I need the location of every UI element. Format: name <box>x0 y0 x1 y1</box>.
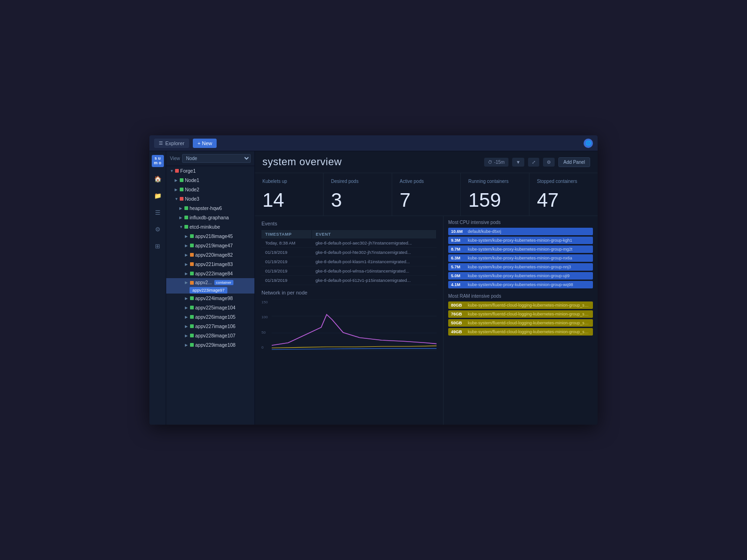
cpu-bar-label: default/kube-d5xrj <box>468 229 501 234</box>
stat-stopped: Stopped containers 47 <box>529 173 598 216</box>
chevron-app220: ▶ <box>185 253 189 257</box>
add-panel-btn[interactable]: Add Panel <box>558 157 590 167</box>
tree-item-app218[interactable]: ▶ appv218image45 <box>166 231 254 241</box>
event-text: gke-tl-default-pool-klasm1-il1instancemi… <box>312 257 437 266</box>
dot-node3 <box>180 197 183 201</box>
chevron-app229: ▶ <box>185 343 189 347</box>
label-forge1: Forge1 <box>180 168 196 174</box>
ram-section: Most RAM intensive pods 80GBkube-system/… <box>448 294 593 337</box>
dot-influxdb <box>184 216 188 219</box>
cpu-bar-item: 8.7Mkube-system/kube-proxy-kubernetes-mi… <box>448 245 593 253</box>
nav-home[interactable]: 🏠 <box>153 174 163 184</box>
stat-desired: Desired pods 3 <box>324 173 392 216</box>
stat-value-desired: 3 <box>331 190 384 210</box>
cpu-bar-item: 10.6Mdefault/kube-d5xrj <box>448 228 593 235</box>
app223-tooltip: appv223image97 <box>190 287 227 294</box>
tree-item-app227[interactable]: ▶ appv227image106 <box>166 322 254 331</box>
cpu-bar-label: kube-system/kube-proxy-kubernetes-minion… <box>468 256 572 260</box>
label-node2: Node2 <box>185 187 199 192</box>
chevron-app228: ▶ <box>185 334 189 338</box>
cpu-bar-item: 4.1Mkube-system/kube-proxy-kubernetes-mi… <box>448 281 593 288</box>
event-timestamp: 01/19/2019 <box>261 266 312 276</box>
stat-label-running: Running containers <box>468 179 521 184</box>
tree-item-app229[interactable]: ▶ appv229image108 <box>166 340 254 350</box>
expand-btn[interactable]: ⤢ <box>528 158 539 167</box>
chevron-app224: ▶ <box>185 296 189 301</box>
tree-item-app220[interactable]: ▶ appv220image82 <box>166 250 254 259</box>
table-row: 01/19/2019gke-tl-default-pool-hte302-jh7… <box>261 248 437 257</box>
event-timestamp: 01/19/2019 <box>261 248 312 257</box>
icon-nav: s um o 🏠 📁 ☰ ⚙ ⊞ <box>149 151 166 425</box>
explorer-icon: ☰ <box>159 140 163 146</box>
stats-row: Kubelets up 14 Desired pods 3 Active pod… <box>255 173 598 216</box>
tree-item-node1[interactable]: ▶ Node1 <box>166 175 254 185</box>
event-text: gke-tl-default-pool-aec302-jh7instancemi… <box>312 238 437 248</box>
settings-btn[interactable]: ⚙ <box>543 158 555 167</box>
ram-bar-label: kube-system/fluentd-cloud-logging-kubern… <box>468 303 590 308</box>
tree-item-app224[interactable]: ▶ appv224image98 <box>166 294 254 303</box>
tree-item-node3[interactable]: ▼ Node3 <box>166 194 254 203</box>
chevron-etcd: ▼ <box>179 225 183 229</box>
events-panel: Events TIMESTAMP EVENT Today, 8:38 AMgke… <box>255 216 444 425</box>
nav-files[interactable]: 📁 <box>153 190 163 201</box>
ram-bar-label: kube-system/fluentd-cloud-logging-kubern… <box>468 329 590 334</box>
ram-bar-value: 76GB <box>451 312 468 316</box>
y-axis: 150 100 50 0 <box>261 299 268 350</box>
cpu-bar-label: kube-system/kube-proxy-kubernetes-minion… <box>468 265 571 269</box>
ram-title: Most RAM intensive pods <box>448 294 593 299</box>
tree-item-app219[interactable]: ▶ appv219image47 <box>166 241 254 250</box>
dot-app223 <box>190 281 194 285</box>
time-filter-btn[interactable]: ⏱ -15m <box>484 158 508 167</box>
nav-settings[interactable]: ⚙ <box>153 224 163 234</box>
network-title: Network in per node <box>261 290 437 295</box>
tree-item-app228[interactable]: ▶ appv228image107 <box>166 331 254 340</box>
tree-item-app222[interactable]: ▶ appv222image84 <box>166 269 254 278</box>
metrics-panel: Most CPU intensive pods 10.6Mdefault/kub… <box>444 216 598 425</box>
tree: ▼ Forge1 ▶ Node1 ▶ <box>166 166 254 350</box>
nav-menu[interactable]: ☰ <box>153 207 163 217</box>
dot-app218 <box>190 234 194 238</box>
events-title: Events <box>261 221 437 226</box>
table-row: Today, 8:38 AMgke-tl-default-pool-aec302… <box>261 238 437 248</box>
dot-forge1 <box>175 169 179 173</box>
label-app220: appv220image82 <box>195 252 233 258</box>
dot-node1 <box>180 178 183 182</box>
chevron-heapster: ▶ <box>179 206 183 210</box>
tree-item-forge1[interactable]: ▼ Forge1 <box>166 166 254 175</box>
dot-node2 <box>180 188 183 191</box>
tree-item-app223[interactable]: ▶ appv2... container appv223image97 <box>166 278 254 294</box>
tree-item-app225[interactable]: ▶ appv225image104 <box>166 303 254 312</box>
dot-app224 <box>190 296 194 300</box>
filter-btn[interactable]: ▼ <box>512 158 524 167</box>
chevron-node3: ▼ <box>175 197 178 201</box>
tree-item-app226[interactable]: ▶ appv226image105 <box>166 312 254 322</box>
cpu-bar-value: 5.0M <box>451 273 468 278</box>
ram-bars: 80GBkube-system/fluentd-cloud-logging-ku… <box>448 301 593 337</box>
tree-item-node2[interactable]: ▶ Node2 <box>166 185 254 194</box>
tree-item-influxdb[interactable]: ▶ influxdb-graphana <box>166 213 254 222</box>
app-container: ☰ Explorer + New 🌐 s um o 🏠 📁 ☰ ⚙ ⊞ View… <box>149 135 598 425</box>
tree-item-heapster[interactable]: ▶ heapster-hqw6 <box>166 203 254 213</box>
explorer-tab[interactable]: ☰ Explorer <box>154 139 189 148</box>
cpu-bar-value: 10.6M <box>451 229 468 234</box>
stat-kubelets: Kubelets up 14 <box>255 173 324 216</box>
label-app223: appv2... <box>195 280 212 285</box>
ram-bar-item: 80GBkube-system/fluentd-cloud-logging-ku… <box>448 301 593 309</box>
main-layout: s um o 🏠 📁 ☰ ⚙ ⊞ View Node ▼ <box>149 151 598 425</box>
view-select[interactable]: Node <box>182 154 251 163</box>
dot-etcd <box>184 225 188 229</box>
tree-item-app221[interactable]: ▶ appv221image83 <box>166 259 254 269</box>
top-bar: ☰ Explorer + New 🌐 <box>149 135 598 151</box>
event-timestamp: Today, 8:38 AM <box>261 238 312 248</box>
cpu-bar-value: 6.3M <box>451 256 468 260</box>
label-app224: appv224image98 <box>195 295 233 301</box>
y-150: 150 <box>261 300 268 304</box>
chevron-app227: ▶ <box>185 324 189 329</box>
new-button[interactable]: + New <box>193 139 217 148</box>
cpu-bar-value: 4.1M <box>451 282 468 287</box>
label-app229: appv229image108 <box>195 342 235 348</box>
table-row: 01/19/2019gke-tl-default-pool-wlnsa-r16i… <box>261 266 437 276</box>
chevron-forge1: ▼ <box>170 169 174 173</box>
nav-grid[interactable]: ⊞ <box>153 241 163 251</box>
tree-item-etcd[interactable]: ▼ etcd-minikube <box>166 222 254 231</box>
